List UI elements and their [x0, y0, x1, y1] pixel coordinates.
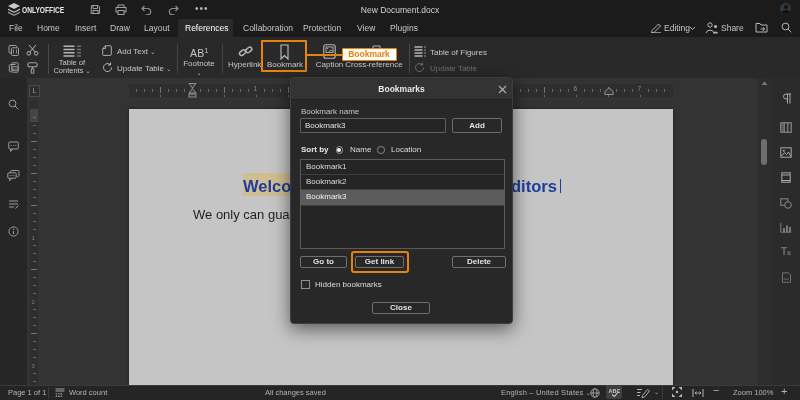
svg-text:123: 123: [55, 393, 63, 398]
svg-text:ABC: ABC: [609, 387, 621, 393]
